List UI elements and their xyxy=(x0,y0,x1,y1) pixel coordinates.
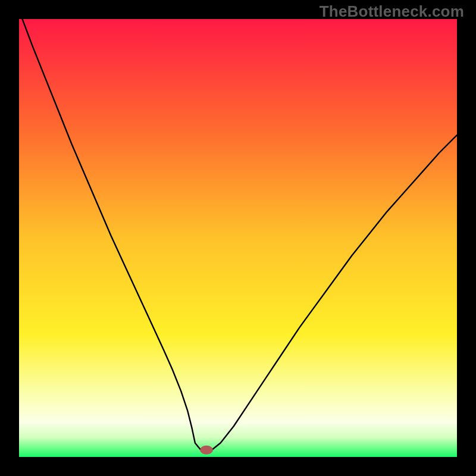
plot-svg xyxy=(19,19,457,457)
chart-frame: TheBottleneck.com xyxy=(0,0,476,476)
plot-area xyxy=(19,19,457,457)
gradient-rect xyxy=(19,19,457,457)
watermark-text: TheBottleneck.com xyxy=(320,2,464,21)
marker-dot xyxy=(200,446,213,455)
